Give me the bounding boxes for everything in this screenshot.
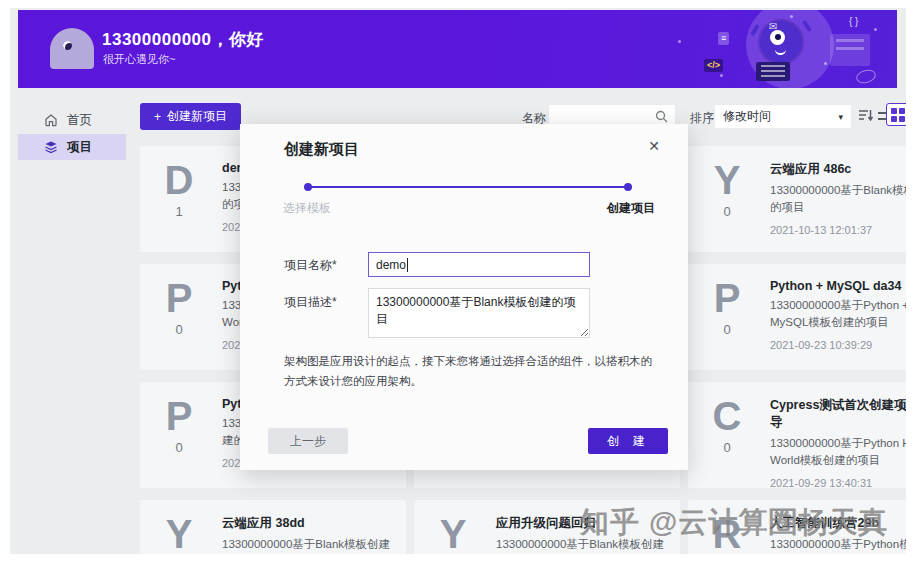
plus-icon: + xyxy=(154,110,161,124)
sort-select-value: 修改时间 xyxy=(723,108,771,125)
project-date: 2021-09-29 13:40:31 xyxy=(770,477,906,489)
step-dot xyxy=(624,183,632,191)
project-letter-avatar: Y xyxy=(152,513,206,554)
project-title: 应用升级问题回归 xyxy=(496,515,668,532)
screen: 13300000000，你好 很开心遇见你~ ≡ </> ✉ { } xyxy=(0,0,913,563)
project-description-label: 项目描述* xyxy=(284,294,337,311)
modal-hint-text: 架构图是应用设计的起点，接下来您将通过选择合适的组件，以搭积木的方式来设计您的应… xyxy=(284,352,654,391)
project-count: 0 xyxy=(700,440,754,455)
mail-icon: ✉ xyxy=(766,20,780,34)
project-letter-avatar: C xyxy=(700,395,754,437)
sidebar-item-label: 首页 xyxy=(67,112,92,129)
project-title: Cypress测试首次创建项目引导 xyxy=(770,397,906,431)
project-card[interactable]: P 0 Python + MySQL da34 13300000000基于Pyt… xyxy=(688,264,906,370)
braces-icon: { } xyxy=(846,15,861,29)
project-count: 0 xyxy=(700,322,754,337)
project-description-input[interactable]: 13300000000基于Blank模板创建的项目 xyxy=(368,288,590,338)
project-title: 云端应用 38dd xyxy=(222,515,394,532)
project-letter-avatar: P xyxy=(152,277,206,319)
project-date: 2021-10-13 12:01:37 xyxy=(770,224,906,236)
project-card[interactable]: R 人工智能训练营29b 13300000000基于Python模板创建的项目 xyxy=(688,500,906,554)
project-card[interactable]: Y 0 云端应用 486c 13300000000基于Blank模板创建的项目 … xyxy=(688,146,906,252)
sort-direction-icon[interactable] xyxy=(858,108,874,126)
create-project-modal: 创建新项目 ✕ 选择模板 创建项目 项目名称* demo 项目描述* 13300… xyxy=(240,124,688,470)
project-card[interactable]: Y 云端应用 38dd 13300000000基于Blank模板创建的项目 xyxy=(140,500,406,554)
project-letter-avatar: P xyxy=(152,395,206,437)
project-description: 13300000000基于Python Hello World模板创建的项目 xyxy=(770,435,906,470)
greeting-text: 13300000000，你好 xyxy=(102,28,264,51)
project-letter-avatar: Y xyxy=(700,159,754,201)
stepper: 选择模板 创建项目 xyxy=(283,200,655,217)
sidebar-item-label: 项目 xyxy=(67,139,92,156)
project-date: 2021-09-23 10:39:29 xyxy=(770,339,906,351)
project-letter-avatar: D xyxy=(152,159,206,201)
search-icon[interactable] xyxy=(655,110,668,123)
project-name-input[interactable]: demo xyxy=(368,252,590,277)
app-window: 13300000000，你好 很开心遇见你~ ≡ </> ✉ { } xyxy=(10,8,906,554)
sidebar-item-home[interactable]: 首页 xyxy=(18,107,126,133)
create-project-button[interactable]: + 创建新项目 xyxy=(140,103,241,130)
home-icon xyxy=(44,113,58,127)
back-button[interactable]: 上一步 xyxy=(268,428,348,454)
search-input[interactable] xyxy=(549,110,655,124)
step-select-template: 选择模板 xyxy=(283,200,331,217)
project-name-label: 项目名称* xyxy=(284,257,337,274)
project-card[interactable]: C 0 Cypress测试首次创建项目引导 13300000000基于Pytho… xyxy=(688,382,906,488)
code-chip-icon: </> xyxy=(704,59,723,72)
create-project-label: 创建新项目 xyxy=(167,108,227,125)
close-icon[interactable]: ✕ xyxy=(648,138,660,154)
menu-chip-icon: ≡ xyxy=(718,32,729,45)
grid-view-icon[interactable] xyxy=(886,103,906,126)
project-card[interactable]: Y 应用升级问题回归 13300000000基于Blank模板创建的项目 xyxy=(414,500,680,554)
project-title: Python + MySQL da34 xyxy=(770,279,906,293)
project-count: 0 xyxy=(152,322,206,337)
project-title: 人工智能训练营29b xyxy=(770,515,906,532)
sort-select[interactable]: 修改时间 ▾ xyxy=(714,104,852,129)
step-create-project: 创建项目 xyxy=(607,200,655,217)
doodle-icon xyxy=(855,68,878,86)
text-cursor xyxy=(407,258,408,272)
project-description: 13300000000基于Python模板创建的项目 xyxy=(770,536,906,554)
project-description: 13300000000基于Blank模板创建的项目 xyxy=(496,536,668,554)
avatar xyxy=(50,28,94,69)
projects-icon xyxy=(44,140,58,154)
laptop-icon xyxy=(756,62,790,81)
project-description: 13300000000基于Blank模板创建的项目 xyxy=(770,182,906,217)
project-title: 云端应用 486c xyxy=(770,161,906,178)
project-letter-avatar: Y xyxy=(426,513,480,554)
project-description: 13300000000基于Blank模板创建的项目 xyxy=(222,536,394,554)
project-count: 0 xyxy=(152,440,206,455)
greeting-subtitle: 很开心遇见你~ xyxy=(103,52,175,67)
project-letter-avatar: P xyxy=(700,277,754,319)
sidebar-item-projects[interactable]: 项目 xyxy=(18,134,126,160)
welcome-banner: 13300000000，你好 很开心遇见你~ ≡ </> ✉ { } xyxy=(18,10,897,88)
project-name-value: demo xyxy=(376,258,406,272)
modal-title: 创建新项目 xyxy=(284,140,359,159)
panel-icon xyxy=(830,34,870,66)
sort-label: 排序 xyxy=(690,110,714,127)
project-count: 0 xyxy=(700,204,754,219)
project-count: 1 xyxy=(152,204,206,219)
step-dot xyxy=(304,183,312,191)
create-button[interactable]: 创 建 xyxy=(588,428,668,454)
project-description: 13300000000基于Python + MySQL模板创建的项目 xyxy=(770,297,906,332)
project-letter-avatar: R xyxy=(700,513,754,554)
step-progress-line xyxy=(308,186,628,188)
chevron-down-icon: ▾ xyxy=(838,112,843,122)
